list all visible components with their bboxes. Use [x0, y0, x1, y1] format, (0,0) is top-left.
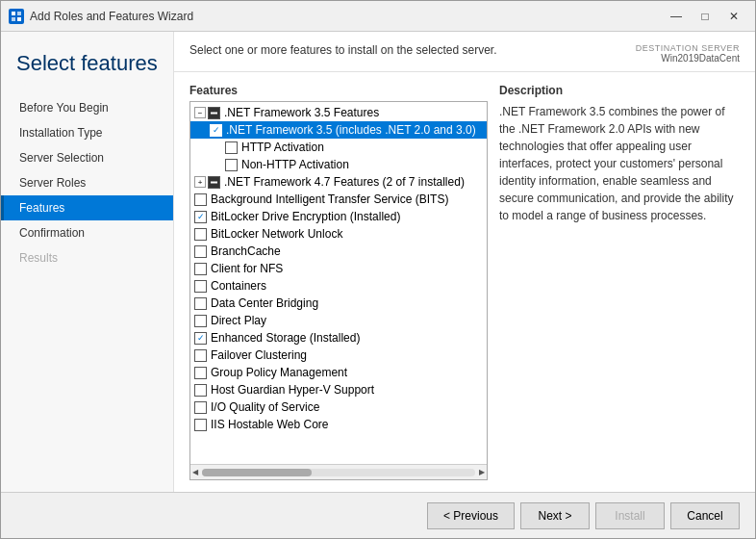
svg-rect-3 [17, 17, 21, 21]
window-controls: — □ ✕ [663, 7, 747, 26]
scroll-thumb-x[interactable] [202, 469, 312, 476]
feature-label-group-policy: Group Policy Management [211, 366, 347, 379]
expand-icon-net47[interactable]: + [194, 176, 206, 188]
features-label: Features [189, 84, 488, 97]
main-window: Add Roles and Features Wizard — □ ✕ Sele… [0, 0, 756, 539]
checkbox-data-center-bridging[interactable] [194, 297, 207, 310]
footer: < Previous Next > Install Cancel [1, 492, 755, 538]
sidebar-header: Select features [1, 32, 173, 88]
checkbox-branchcache[interactable] [194, 245, 207, 258]
feature-label-client-nfs: Client for NFS [211, 262, 283, 275]
checkbox-group-policy[interactable] [194, 367, 207, 379]
scroll-track-x[interactable] [202, 469, 475, 476]
feature-data-center-bridging[interactable]: Data Center Bridging [190, 295, 487, 312]
feature-direct-play[interactable]: Direct Play [190, 312, 487, 329]
feature-iis-hostable[interactable]: IIS Hostable Web Core [190, 416, 487, 433]
feature-label-non-http-activation: Non-HTTP Activation [241, 158, 349, 171]
feature-label-iis-hostable: IIS Hostable Web Core [211, 418, 329, 431]
sidebar-item-before-you-begin[interactable]: Before You Begin [1, 95, 173, 120]
description-panel: Description .NET Framework 3.5 combines … [499, 84, 740, 480]
scroll-left-arrow[interactable]: ◀ [192, 468, 198, 476]
feature-enhanced-storage[interactable]: ✓ Enhanced Storage (Installed) [190, 329, 487, 346]
horizontal-scrollbar[interactable]: ◀ ▶ [190, 464, 487, 479]
sidebar: Select features Before You Begin Install… [1, 32, 174, 492]
next-button[interactable]: Next > [520, 502, 590, 529]
features-list-container: − .NET Framework 3.5 Features [189, 101, 488, 480]
install-button[interactable]: Install [595, 502, 665, 529]
feature-bits[interactable]: Background Intelligent Transfer Service … [190, 191, 487, 208]
feature-label-net35-features: .NET Framework 3.5 Features [224, 106, 379, 119]
feature-host-guardian[interactable]: Host Guardian Hyper-V Support [190, 381, 487, 398]
feature-io-quality[interactable]: I/O Quality of Service [190, 398, 487, 416]
checkbox-non-http-activation[interactable] [225, 159, 238, 171]
feature-bitlocker-network[interactable]: BitLocker Network Unlock [190, 225, 487, 243]
destination-label: DESTINATION SERVER [636, 43, 740, 53]
sidebar-item-confirmation[interactable]: Confirmation [1, 220, 173, 245]
sidebar-item-server-selection[interactable]: Server Selection [1, 145, 173, 170]
checkbox-direct-play[interactable] [194, 315, 207, 327]
checkbox-enhanced-storage[interactable]: ✓ [194, 332, 207, 345]
previous-button[interactable]: < Previous [427, 502, 515, 529]
features-panel: Features − .NET Fram [189, 84, 488, 480]
feature-label-http-activation: HTTP Activation [241, 141, 324, 154]
checkbox-bits[interactable] [194, 193, 207, 206]
feature-label-bitlocker-drive: BitLocker Drive Encryption (Installed) [211, 210, 400, 223]
checkbox-client-nfs[interactable] [194, 263, 207, 275]
svg-rect-0 [12, 12, 15, 15]
sidebar-nav: Before You Begin Installation Type Serve… [1, 88, 173, 278]
checkbox-bitlocker-drive[interactable]: ✓ [194, 211, 207, 223]
expand-icon[interactable]: − [194, 107, 206, 118]
checkbox-io-quality[interactable] [194, 401, 207, 414]
sidebar-title: Select features [16, 51, 158, 76]
feature-net35[interactable]: ✓ .NET Framework 3.5 (includes .NET 2.0 … [190, 121, 487, 139]
destination-server-name: Win2019DataCent [636, 53, 740, 64]
title-bar-left: Add Roles and Features Wizard [9, 9, 193, 24]
checkbox-host-guardian[interactable] [194, 384, 207, 397]
maximize-button[interactable]: □ [692, 7, 718, 26]
checkbox-iis-hostable[interactable] [194, 419, 207, 431]
feature-label-data-center-bridging: Data Center Bridging [211, 296, 318, 310]
destination-server-info: DESTINATION SERVER Win2019DataCent [636, 43, 740, 64]
checkbox-containers[interactable] [194, 280, 207, 293]
sidebar-item-server-roles[interactable]: Server Roles [1, 170, 173, 195]
feature-label-enhanced-storage: Enhanced Storage (Installed) [211, 331, 360, 345]
close-button[interactable]: ✕ [720, 7, 747, 26]
checkbox-net47-features[interactable] [208, 176, 220, 189]
feature-non-http-activation[interactable]: Non-HTTP Activation [190, 156, 487, 173]
feature-group-policy[interactable]: Group Policy Management [190, 364, 487, 381]
sidebar-item-installation-type[interactable]: Installation Type [1, 120, 173, 145]
feature-branchcache[interactable]: BranchCache [190, 243, 487, 260]
feature-net35-features[interactable]: − .NET Framework 3.5 Features [190, 104, 487, 121]
checkbox-net35[interactable]: ✓ [210, 124, 222, 137]
sidebar-item-features[interactable]: Features [1, 195, 173, 220]
feature-client-nfs[interactable]: Client for NFS [190, 260, 487, 277]
feature-bitlocker-drive[interactable]: ✓ BitLocker Drive Encryption (Installed) [190, 208, 487, 225]
features-list[interactable]: − .NET Framework 3.5 Features [190, 102, 487, 464]
feature-label-host-guardian: Host Guardian Hyper-V Support [211, 383, 374, 397]
checkbox-failover-clustering[interactable] [194, 349, 207, 362]
svg-rect-4 [211, 112, 217, 114]
feature-net47-features[interactable]: + .NET Framework 4.7 Features (2 of 7 in… [190, 173, 487, 191]
window-title: Add Roles and Features Wizard [30, 10, 193, 23]
feature-label-containers: Containers [211, 279, 266, 293]
feature-label-io-quality: I/O Quality of Service [211, 400, 319, 414]
header-description: Select one or more features to install o… [189, 43, 497, 57]
feature-label-branchcache: BranchCache [211, 244, 281, 258]
checkbox-bitlocker-network[interactable] [194, 228, 207, 241]
description-label: Description [499, 84, 740, 97]
main-header: Select one or more features to install o… [174, 32, 755, 72]
feature-failover-clustering[interactable]: Failover Clustering [190, 346, 487, 364]
svg-rect-1 [17, 12, 21, 15]
description-content: .NET Framework 3.5 combines the power of… [499, 103, 740, 224]
cancel-button[interactable]: Cancel [670, 502, 740, 529]
checkbox-http-activation[interactable] [225, 141, 238, 154]
feature-label-bits: Background Intelligent Transfer Service … [211, 192, 448, 206]
minimize-button[interactable]: — [663, 7, 690, 26]
svg-rect-5 [211, 181, 217, 183]
feature-http-activation[interactable]: HTTP Activation [190, 139, 487, 156]
feature-containers[interactable]: Containers [190, 277, 487, 295]
svg-rect-2 [12, 17, 15, 21]
checkbox-net35-features[interactable] [208, 107, 220, 119]
scroll-right-arrow[interactable]: ▶ [479, 468, 485, 476]
main-content: Features − .NET Fram [174, 72, 755, 492]
